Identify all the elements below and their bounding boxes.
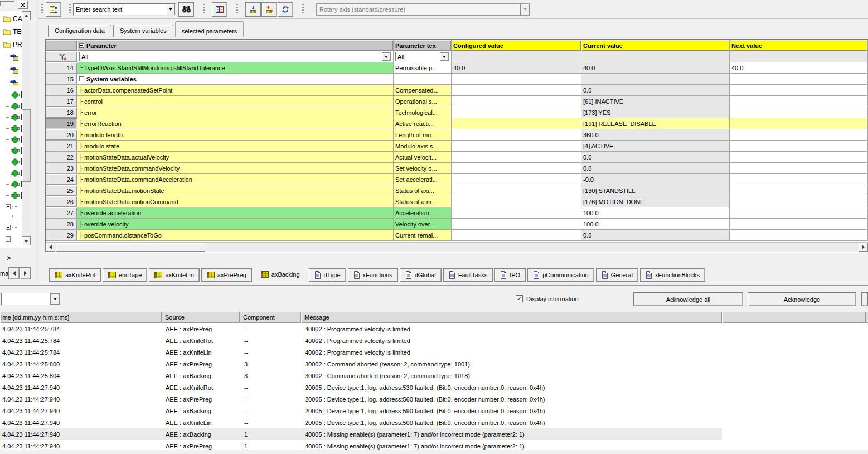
scrollbar-thumb[interactable] [22,109,31,182]
tree-scroll-right-icon[interactable]: > [7,254,11,262]
tab-configuration-data[interactable]: Configuration data [48,25,111,37]
compare-values-button[interactable] [212,2,227,17]
tree-item-axis[interactable] [0,100,22,112]
log-column-message[interactable]: Message [301,312,722,323]
tab-scroll-left-icon[interactable] [8,267,20,279]
load-to-target-button[interactable] [245,2,261,17]
grid-rownum[interactable]: 20 [46,129,77,141]
chevron-down-icon[interactable] [50,293,60,305]
grid-cell-current-value[interactable]: 360.0 [581,129,730,141]
grid-cell-configured-value[interactable] [452,196,581,207]
detail-tab-ipo[interactable]: IPO [494,268,526,282]
log-column-source[interactable]: Source [162,312,240,323]
scroll-up-icon[interactable] [22,11,31,20]
grid-cell-parameter[interactable]: ├motionStateData.motionState [77,185,394,196]
tree-item-expand[interactable] [0,233,22,245]
chevron-down-icon[interactable] [440,52,449,61]
parameter-text-filter-combobox[interactable]: All [395,52,449,61]
grid-cell-configured-value[interactable] [452,174,581,185]
grid-cell-next-value[interactable] [730,74,868,85]
tree-vertical-scrollbar[interactable] [22,11,31,245]
grid-cell-current-value[interactable]: -0.0 [581,174,730,185]
tree-item-expand[interactable] [0,221,22,233]
grid-cell-current-value[interactable]: 0.0 [581,163,730,174]
alarm-row[interactable]: 4.04.23 11:44:25:800AEE : axPrePreg33000… [0,358,722,370]
grid-header-configured-value[interactable]: Configured value [452,40,581,51]
detail-tab-xfunctionblocks[interactable]: xFunctionBlocks [640,268,705,282]
grid-cell-configured-value[interactable] [452,85,581,96]
tree-item-axis[interactable] [0,178,22,190]
tree-item-axis[interactable] [0,156,22,167]
grid-cell-current-value[interactable]: [61] INACTIVE [581,96,730,107]
grid-cell-parameter[interactable]: ├errorReaction [77,118,394,129]
chevron-down-icon[interactable] [166,4,175,15]
log-column-component[interactable]: Component [240,312,301,323]
detail-tab-general[interactable]: General [596,268,638,282]
grid-cell-parameter[interactable]: ├motionStateData.actualVelocity [77,152,394,163]
tree-item-folder-cai[interactable]: CAI [0,12,22,25]
grid-cell-configured-value[interactable] [452,74,581,85]
grid-cell-parameter[interactable]: ├motionStateData.commandVelocity [77,163,394,174]
grid-header-current-value[interactable]: Current value [581,40,730,51]
alarm-row[interactable]: 4.04.23 11:44:27:940AEE : axKnifeLin--20… [0,417,722,428]
grid-cell-parameter[interactable]: └TypeOfAxis.StandStillMonitoring.stillSt… [77,62,394,74]
grid-rownum[interactable]: 28 [46,219,77,230]
tab-system-variables[interactable]: System variables [113,25,173,37]
grid-cell-current-value[interactable]: [130] STANDSTILL [581,185,730,196]
grid-cell-next-value[interactable] [730,163,868,174]
grid-rownum[interactable]: 23 [46,163,77,174]
tree-item-axis[interactable] [0,123,22,134]
tree-item-insert-object[interactable] [0,76,22,89]
tree-item-axis[interactable] [0,112,22,123]
grid-cell-next-value[interactable] [730,219,868,230]
grid-header-parameter[interactable]: Parameter [77,40,394,51]
tab-selected-parameters[interactable]: selected parameters [175,21,244,37]
grid-cell-current-value[interactable]: 40.0 [581,62,730,74]
detail-tab-axkniferot[interactable]: axKnifeRot [49,268,101,282]
scroll-right-icon[interactable] [859,243,868,252]
grid-header-parameter-text[interactable]: Parameter tex [394,40,452,51]
grid-cell-parameter[interactable]: ├modulo.state [77,141,394,152]
detail-tab-dglobal[interactable]: dGlobal [400,268,442,282]
parameter-overview-button[interactable] [46,2,61,17]
grid-cell-next-value[interactable] [730,185,868,196]
grid-cell-parameter[interactable]: ├error [77,107,394,118]
grid-cell-next-value[interactable] [730,152,868,163]
log-column-ime-dd-mm-yy-h-m-s-ms[interactable]: ime [dd.mm.yy h:m:s:ms] [0,312,162,323]
detail-tab-axknifelin[interactable]: axKnifeLin [149,268,199,282]
grid-cell-current-value[interactable]: 0.0 [581,85,730,96]
detail-tab-dtype[interactable]: dType [309,268,346,282]
tree-item-axis[interactable] [0,145,22,156]
grid-header-next-value[interactable]: Next value [730,40,868,51]
tree-item-folder-tec[interactable]: TEC [0,25,22,38]
refresh-values-button[interactable] [278,2,293,17]
grid-rownum[interactable]: 29 [46,230,77,241]
collapse-icon[interactable] [79,76,84,81]
scrollbar-thumb[interactable] [56,243,205,252]
alarm-row[interactable]: 4.04.23 11:44:25:784AEE : axPrePreg--400… [0,323,722,335]
alarm-row[interactable]: 4.04.23 11:44:27:940AEE : axBacking--200… [0,405,722,417]
grid-cell-next-value[interactable] [730,107,868,118]
grid-rownum[interactable]: 16 [46,85,77,96]
grid-rownum[interactable]: 24 [46,174,77,185]
close-icon[interactable] [18,1,28,9]
grid-cell-configured-value[interactable] [452,96,581,107]
grid-cell-configured-value[interactable] [452,141,581,152]
tree-item-folder-pro[interactable]: PRO [0,38,22,51]
alarm-row[interactable]: 4.04.23 11:44:25:784AEE : axKnifeRot--40… [0,335,722,346]
grid-cell-current-value[interactable]: [191] RELEASE_DISABLE [581,118,730,129]
grid-rownum[interactable]: 27 [46,207,77,219]
grid-cell-configured-value[interactable] [452,152,581,163]
grid-rownum[interactable]: 15 [46,74,77,85]
grid-cell-parameter[interactable]: ├override.acceleration [77,207,394,219]
search-combobox[interactable] [73,3,176,16]
grid-cell-next-value[interactable] [730,118,868,129]
tree-item-axis[interactable] [0,89,22,100]
acknowledge-all-button[interactable]: Acknowledge all [633,292,743,306]
grid-cell-configured-value[interactable] [452,219,581,230]
tree-item-leaf[interactable] [0,212,22,221]
grid-cell-current-value[interactable] [581,74,730,85]
grid-cell-configured-value[interactable] [452,107,581,118]
grid-cell-parameter[interactable]: ├motionStateData.commandAcceleration [77,174,394,185]
grid-cell-parameter[interactable]: ├actorData.compensatedSetPoint [77,85,394,96]
